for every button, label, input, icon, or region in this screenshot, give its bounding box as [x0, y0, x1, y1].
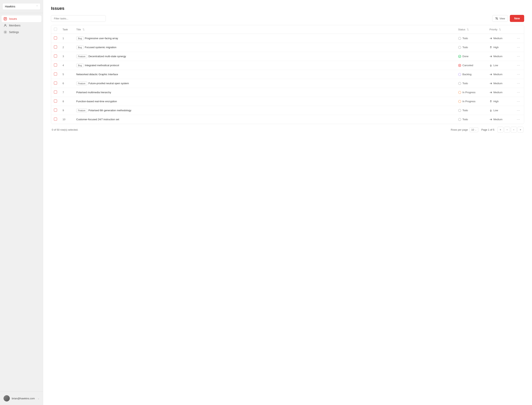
svg-point-5	[5, 32, 6, 33]
priority-icon-5	[490, 73, 492, 76]
row-menu-9[interactable]: ···	[517, 109, 520, 112]
rows-select-chevron: ⌄	[475, 129, 477, 131]
row-menu-10[interactable]: ···	[517, 118, 520, 121]
col-header-priority[interactable]: Priority ⇅	[487, 25, 514, 34]
row-checkbox-6[interactable]	[54, 81, 57, 85]
task-title-9: Feature Polarised 6th generation methodo…	[74, 106, 455, 115]
task-priority-10: Medium	[487, 115, 514, 124]
user-email: brian@hawkins.com	[12, 397, 36, 400]
next-page-button[interactable]: ›	[511, 127, 517, 133]
task-status-6: Todo	[455, 79, 487, 88]
task-id-7: 7	[60, 88, 74, 97]
row-menu-5[interactable]: ···	[517, 73, 520, 76]
status-icon-3	[458, 55, 461, 58]
task-status-2: Todo	[455, 43, 487, 52]
svg-point-21	[458, 91, 461, 94]
row-checkbox-7[interactable]	[54, 90, 57, 94]
view-icon	[495, 17, 498, 20]
view-button-label: View	[499, 17, 505, 20]
toolbar: View New	[51, 15, 524, 22]
row-menu-2[interactable]: ···	[517, 46, 520, 49]
task-status-4: Canceled	[455, 61, 487, 70]
last-page-button[interactable]: »	[518, 127, 523, 133]
task-badge-1: Bug	[76, 37, 84, 40]
priority-icon-2	[490, 46, 492, 49]
task-status-10: Todo	[455, 115, 487, 124]
page-nav: « ‹ › »	[497, 127, 523, 133]
table-row: 7 Polarised multimedia hierarchy In Prog…	[51, 88, 524, 97]
row-checkbox-5[interactable]	[54, 73, 57, 76]
row-checkbox-4[interactable]	[54, 63, 57, 67]
col-header-task: Task	[60, 25, 74, 34]
rows-per-page-select[interactable]: 10 ⌄	[470, 127, 478, 132]
col-header-title[interactable]: Title ⇅	[74, 25, 455, 34]
row-menu-4[interactable]: ···	[517, 64, 520, 67]
page-title: Issues	[51, 6, 524, 11]
task-priority-1: Medium	[487, 34, 514, 43]
rows-per-page-value: 10	[471, 128, 474, 131]
sidebar: Hawkins ⌃ Issues	[0, 0, 43, 405]
sidebar-item-settings[interactable]: Settings	[1, 29, 41, 35]
task-title-7: Polarised multimedia hierarchy	[74, 88, 455, 97]
svg-point-15	[458, 37, 461, 40]
status-icon-9	[458, 109, 461, 112]
new-button[interactable]: New	[510, 15, 524, 22]
row-checkbox-9[interactable]	[54, 108, 57, 112]
priority-icon-1	[490, 37, 492, 40]
task-priority-6: Medium	[487, 79, 514, 88]
workspace-name: Hawkins	[5, 5, 15, 8]
user-info[interactable]: brian@hawkins.com ⌄	[2, 394, 41, 403]
priority-icon-7	[490, 91, 492, 94]
task-status-9: Todo	[455, 106, 487, 115]
table-row: 2 Bug Focused systemic migration Todo Hi…	[51, 43, 524, 52]
table-row: 3 Feature Decentralized multi-state syne…	[51, 52, 524, 61]
row-checkbox-1[interactable]	[54, 36, 57, 40]
task-id-6: 6	[60, 79, 74, 88]
avatar	[4, 395, 10, 401]
first-page-button[interactable]: «	[497, 127, 503, 133]
task-title-1: Bug Progressive user-facing array	[74, 34, 455, 43]
svg-point-4	[5, 24, 6, 26]
row-checkbox-8[interactable]	[54, 100, 57, 103]
task-title-3: Feature Decentralized multi-state synerg…	[74, 52, 455, 61]
task-id-8: 8	[60, 97, 74, 106]
sidebar-item-members-label: Members	[9, 24, 20, 27]
filter-input[interactable]	[51, 15, 106, 22]
sidebar-item-members[interactable]: Members	[1, 22, 41, 29]
row-checkbox-10[interactable]	[54, 117, 57, 121]
settings-icon	[4, 30, 7, 34]
table-row: 10 Customer-focused 24/7 instruction set…	[51, 115, 524, 124]
table-row: 9 Feature Polarised 6th generation metho…	[51, 106, 524, 115]
status-icon-1	[458, 37, 461, 40]
row-menu-6[interactable]: ···	[517, 82, 520, 85]
svg-point-19	[458, 73, 461, 76]
sidebar-item-settings-label: Settings	[9, 31, 19, 34]
task-badge-9: Feature	[76, 109, 87, 112]
row-menu-8[interactable]: ···	[517, 100, 520, 103]
row-checkbox-3[interactable]	[54, 54, 57, 58]
priority-icon-8	[490, 100, 492, 103]
task-status-1: Todo	[455, 34, 487, 43]
col-header-status[interactable]: Status ⇅	[455, 25, 487, 34]
issues-icon	[4, 17, 7, 20]
workspace-selector[interactable]: Hawkins ⌃	[2, 3, 41, 10]
sidebar-item-issues[interactable]: Issues	[1, 15, 41, 22]
row-menu-7[interactable]: ···	[517, 91, 520, 94]
row-menu-3[interactable]: ···	[517, 55, 520, 58]
issues-table: Task Title ⇅ Status ⇅ Priority ⇅	[51, 25, 524, 124]
select-all-checkbox[interactable]	[54, 28, 57, 31]
task-id-5: 5	[60, 70, 74, 79]
task-status-7: In Progress	[455, 88, 487, 97]
table-row: 6 Feature Future-proofed neutral open sy…	[51, 79, 524, 88]
svg-point-7	[497, 18, 497, 19]
row-menu-1[interactable]: ···	[517, 37, 520, 40]
sidebar-header: Hawkins ⌃	[0, 0, 43, 13]
row-checkbox-2[interactable]	[54, 45, 57, 48]
status-sort-icon: ⇅	[467, 28, 469, 31]
sidebar-footer: brian@hawkins.com ⌄	[0, 392, 43, 405]
status-icon-6	[458, 82, 461, 85]
task-priority-2: High	[487, 43, 514, 52]
task-priority-4: Low	[487, 61, 514, 70]
prev-page-button[interactable]: ‹	[504, 127, 510, 133]
view-button[interactable]: View	[492, 15, 508, 22]
